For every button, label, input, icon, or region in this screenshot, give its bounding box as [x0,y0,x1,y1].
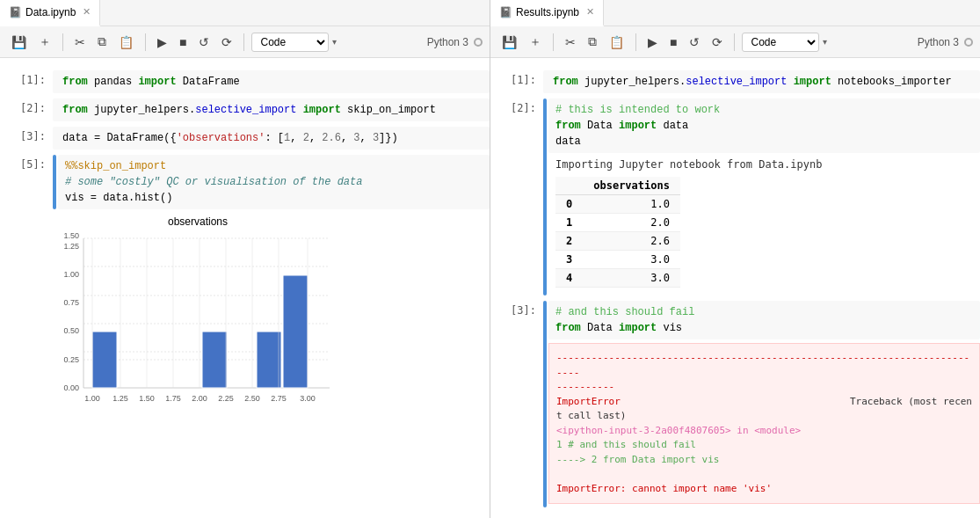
cell-3-content[interactable]: data = DataFrame({'observations': [1, 2,… [53,127,490,150]
right-notebook-icon: 📓 [499,6,512,18]
table-col-header: observations [583,177,680,195]
refresh-button[interactable]: ⟳ [217,33,236,52]
bar-3 [202,332,227,388]
right-cell-3-content[interactable]: # and this should fail from Data import … [548,301,980,507]
right-cell-2-content[interactable]: # this is intended to work from Data imp… [548,98,980,295]
right-kernel-label: Python 3 [918,36,959,48]
kernel-info: Python 3 [427,36,483,48]
svg-text:1.50: 1.50 [139,394,155,403]
dropdown-icon: ▾ [332,37,337,47]
right-cell-3-bar [543,301,547,507]
kernel-label: Python 3 [427,36,468,48]
right-notebook-content[interactable]: [1]: from jupyter_helpers.selective_impo… [490,58,980,518]
left-tab-close[interactable]: ✕ [83,6,91,18]
cell-5-code[interactable]: %%skip_on_import # some "costly" QC or v… [58,155,490,209]
bar-5 [257,332,281,388]
cell-5-bar [53,155,56,209]
chart-title: observations [48,215,347,228]
svg-text:2.25: 2.25 [218,394,234,403]
right-copy-button[interactable]: ⧉ [584,32,601,52]
error-final: ImportError: cannot import name 'vis' [556,482,972,497]
svg-text:2.50: 2.50 [244,394,260,403]
error-line1: 1 # and this should fail [556,438,972,453]
chart-svg: 0.00 0.25 0.50 0.75 1.00 1.25 1.50 [48,230,347,419]
right-notebook-panel: 📓 Results.ipynb ✕ 💾 ＋ ✂ ⧉ 📋 ▶ ■ ↺ ⟳ Code… [490,0,980,518]
cell-type-select[interactable]: Code Markdown [251,33,329,52]
right-restart-button[interactable]: ↺ [685,33,704,52]
error-sep1: ----------------------------------------… [556,351,972,380]
bar-6 [283,275,308,388]
svg-text:2.75: 2.75 [271,394,287,403]
right-cell-type-select[interactable]: Code Markdown [742,33,819,52]
right-cell-2-code[interactable]: # this is intended to work from Data imp… [548,98,980,153]
right-tab-bar: 📓 Results.ipynb ✕ [490,0,980,26]
restart-button[interactable]: ↺ [194,33,214,52]
cell-1-num: [1]: [0,70,53,93]
svg-text:1.25: 1.25 [63,242,79,251]
stop-button[interactable]: ■ [175,33,191,52]
right-sep3 [734,33,735,51]
left-notebook-content[interactable]: [1]: from pandas import DataFrame [2]: f… [0,58,490,518]
cell-1-content[interactable]: from pandas import DataFrame [53,70,490,93]
error-output: ----------------------------------------… [548,343,980,504]
right-cell-1-content[interactable]: from jupyter_helpers.selective_import im… [543,70,980,93]
cell-1-code[interactable]: from pandas import DataFrame [53,70,490,93]
right-tab-label: Results.ipynb [516,6,579,18]
run-button[interactable]: ▶ [153,33,171,52]
table-row: 0 1.0 [555,195,680,214]
error-header: ImportError Traceback (most recen [556,395,972,410]
cell-2-code[interactable]: from jupyter_helpers.selective_import im… [53,98,490,121]
row-0-idx: 0 [555,195,583,214]
row-0-val: 1.0 [583,195,680,214]
svg-text:3.00: 3.00 [300,394,316,403]
right-paste-button[interactable]: 📋 [605,33,628,52]
histogram-chart: observations 0.00 0.2 [48,215,347,418]
right-cut-button[interactable]: ✂ [561,33,580,52]
cell-5-content[interactable]: %%skip_on_import # some "costly" QC or v… [58,155,490,209]
right-run-button[interactable]: ▶ [643,33,662,52]
save-button[interactable]: 💾 [7,33,31,52]
chart-container: observations 0.00 0.2 [48,215,490,418]
right-cell-1-code[interactable]: from jupyter_helpers.selective_import im… [543,70,980,93]
cell-1: [1]: from pandas import DataFrame [0,69,490,95]
left-tab-active[interactable]: 📓 Data.ipynb ✕ [0,0,100,26]
cell-5: [5]: %%skip_on_import # some "costly" QC… [0,153,490,211]
row-4-val: 3.0 [583,269,680,288]
svg-text:0.00: 0.00 [63,383,79,392]
import-output-text: Importing Jupyter notebook from Data.ipy… [555,157,973,172]
table-index-header [555,177,583,195]
cell-2-content[interactable]: from jupyter_helpers.selective_import im… [53,98,490,121]
bar-0 [92,332,117,388]
error-traceback-label: Traceback (most recen [850,395,972,410]
right-tab-active[interactable]: 📓 Results.ipynb ✕ [490,0,604,26]
table-row: 1 2.0 [555,214,680,232]
svg-text:0.75: 0.75 [63,298,79,307]
toolbar-sep3 [243,33,244,51]
right-stop-button[interactable]: ■ [665,33,681,52]
cell-3-num: [3]: [0,127,53,150]
paste-button[interactable]: 📋 [114,33,138,52]
right-cell-3-num: [3]: [490,301,543,507]
right-refresh-button[interactable]: ⟳ [708,33,727,52]
right-kernel-info: Python 3 [918,36,973,48]
right-save-button[interactable]: 💾 [497,33,521,52]
cell-3-code[interactable]: data = DataFrame({'observations': [1, 2,… [53,127,490,150]
add-cell-button[interactable]: ＋ [34,32,55,53]
cut-button[interactable]: ✂ [70,33,90,52]
right-tab-close[interactable]: ✕ [586,6,594,18]
notebook-icon: 📓 [9,6,22,18]
right-cell-3: [3]: # and this should fail from Data im… [490,299,980,509]
error-blank [556,467,972,482]
right-cell-3-code[interactable]: # and this should fail from Data import … [548,301,980,339]
svg-text:2.00: 2.00 [192,394,207,403]
error-type: ImportError [556,395,621,410]
right-cell-1: [1]: from jupyter_helpers.selective_impo… [490,69,980,95]
row-2-idx: 2 [555,232,583,251]
svg-text:1.00: 1.00 [63,270,79,279]
copy-button[interactable]: ⧉ [93,32,111,52]
data-table: observations 0 1.0 1 [555,177,680,288]
svg-text:1.25: 1.25 [113,394,128,403]
right-add-button[interactable]: ＋ [525,32,546,53]
kernel-status-circle [474,38,483,47]
svg-text:1.75: 1.75 [165,394,181,403]
